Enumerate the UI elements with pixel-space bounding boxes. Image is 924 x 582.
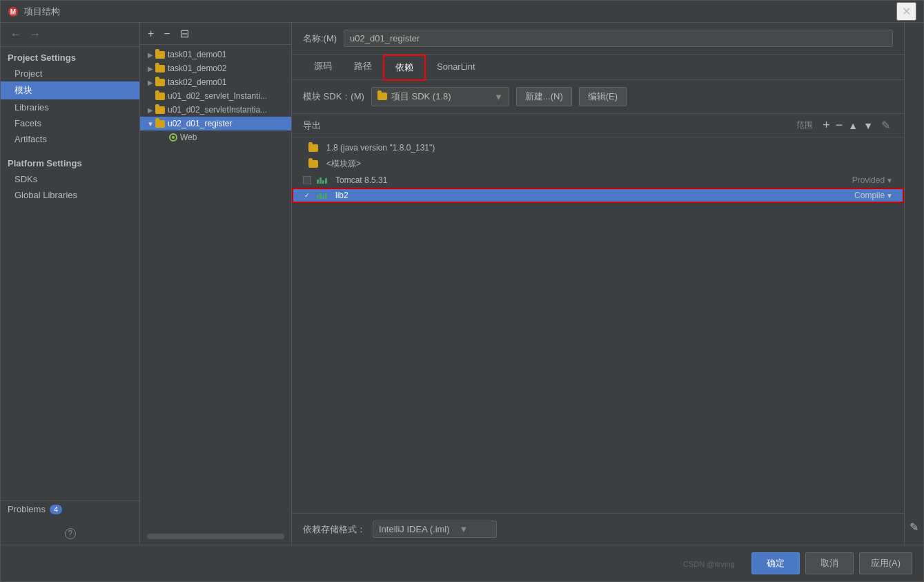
export-edit-button[interactable]: ✎ (878, 119, 893, 132)
sidebar-item-artifacts[interactable]: Artifacts (1, 131, 139, 147)
tree-content: ▶ task01_demo01 ▶ task01_demo02 ▶ task02… (140, 45, 291, 531)
tree-arrow-task01-demo01: ▶ (146, 50, 155, 59)
tabs-row: 源码 路径 依赖 SonarLint (292, 55, 904, 80)
sidebar-item-project-label: Project (14, 68, 42, 79)
tree-label-web: Web (180, 133, 197, 142)
export-up-button[interactable]: ▲ (845, 120, 861, 131)
help-button[interactable]: ? (65, 528, 76, 539)
main-content: ← → Project Settings Project 模块 Librarie… (1, 23, 923, 545)
tab-paths[interactable]: 路径 (343, 55, 383, 79)
title-bar-text: 项目结构 (24, 6, 896, 18)
tree-copy-button[interactable]: ⊟ (177, 26, 193, 41)
sdk-select[interactable]: 项目 SDK (1.8) ▼ (371, 87, 509, 106)
folder-icon-task02-demo01 (155, 79, 165, 86)
tree-item-u01-servlet2[interactable]: ▶ u01_d02_servletInstantia... (140, 103, 291, 117)
tree-minus-button[interactable]: − (160, 26, 173, 41)
tab-sonarlint[interactable]: SonarLint (426, 56, 486, 79)
tree-label-u01-servlet2: u01_d02_servletInstantia... (168, 105, 267, 115)
tree-item-u01-servlet1[interactable]: ▶ u01_d02_servlet_Instanti... (140, 89, 291, 103)
export-row-lib2[interactable]: ✓ lib2 Compile ▼ (292, 188, 904, 203)
export-scope-label: 范围 (796, 119, 813, 131)
watermark-text: CSDN @itrving (683, 560, 735, 568)
right-edit-button[interactable]: ✎ (907, 521, 921, 534)
tree-label-u01-servlet1: u01_d02_servlet_Instanti... (168, 91, 267, 101)
lib-icon-tomcat (317, 177, 327, 184)
tree-item-task02-demo01[interactable]: ▶ task02_demo01 (140, 75, 291, 89)
row-name-jdk18: 1.8 (java version "1.8.0_131") (326, 143, 893, 153)
row-name-lib2: lib2 (335, 191, 849, 200)
tree-item-task01-demo01[interactable]: ▶ task01_demo01 (140, 48, 291, 61)
tree-label-task01-demo01: task01_demo01 (168, 50, 226, 59)
sidebar-nav: ← → (1, 23, 139, 47)
sidebar-item-sdks[interactable]: SDKs (1, 171, 139, 187)
dialog-footer: CSDN @itrving 确定 取消 应用(A) (1, 545, 923, 581)
checkbox-lib2[interactable]: ✓ (303, 191, 311, 200)
folder-icon-u01-servlet2 (155, 106, 165, 114)
sidebar-item-libraries[interactable]: Libraries (1, 99, 139, 115)
tree-arrow-task01-demo02: ▶ (146, 64, 155, 73)
sidebar-item-global-libraries[interactable]: Global Libraries (1, 187, 139, 203)
sidebar-item-facets[interactable]: Facets (1, 115, 139, 131)
tree-item-web[interactable]: ▶ Web (140, 130, 291, 144)
tree-panel: + − ⊟ ▶ task01_demo01 ▶ task01_demo02 (140, 23, 292, 545)
export-row-jdk18[interactable]: 1.8 (java version "1.8.0_131") (292, 140, 904, 155)
export-header: 导出 范围 + − ▲ ▼ ✎ (292, 114, 904, 137)
tree-arrow-u01-servlet2: ▶ (146, 105, 155, 115)
tree-arrow-u01-servlet1: ▶ (146, 91, 155, 101)
sidebar-item-project[interactable]: Project (1, 66, 139, 81)
module-name-row: 名称:(M) (292, 23, 904, 55)
folder-icon-sdk (377, 92, 387, 102)
module-name-input[interactable] (344, 30, 893, 47)
nav-forward-button[interactable]: → (26, 27, 45, 42)
export-minus-button[interactable]: − (833, 118, 846, 133)
problems-section: Problems 4 (1, 501, 139, 517)
tree-item-task01-demo02[interactable]: ▶ task01_demo02 (140, 61, 291, 75)
tree-scrollbar[interactable] (147, 534, 284, 539)
folder-icon-u02-register (155, 120, 165, 128)
title-bar: M 项目结构 ✕ (1, 1, 923, 23)
apply-button[interactable]: 应用(A) (859, 552, 912, 574)
format-value: IntelliJ IDEA (.iml) (379, 524, 450, 534)
nav-back-button[interactable]: ← (6, 27, 26, 42)
ok-button[interactable]: 确定 (751, 552, 800, 574)
format-arrow: ▼ (460, 524, 469, 534)
sidebar-item-modules[interactable]: 模块 (1, 81, 139, 99)
close-button[interactable]: ✕ (896, 2, 916, 21)
dialog: M 项目结构 ✕ ← → Project Settings Project 模块… (0, 0, 924, 582)
sdk-edit-button[interactable]: 编辑(E) (579, 87, 627, 106)
sidebar: ← → Project Settings Project 模块 Librarie… (1, 23, 140, 545)
scope-lib2[interactable]: Compile ▼ (854, 191, 893, 200)
tree-item-u02-register[interactable]: ▼ u02_d01_register (140, 117, 291, 130)
tab-dependencies[interactable]: 依赖 (383, 55, 426, 81)
tree-add-button[interactable]: + (144, 26, 157, 41)
problems-badge: 4 (50, 505, 62, 514)
tab-sources[interactable]: 源码 (303, 55, 343, 79)
sidebar-item-global-libraries-label: Global Libraries (14, 190, 77, 200)
tree-label-task02-demo01: task02_demo01 (168, 77, 226, 87)
main-panel: 名称:(M) 源码 路径 依赖 SonarLint 模 (292, 23, 904, 545)
svg-text:M: M (10, 8, 16, 16)
format-row: 依赖存储格式： IntelliJ IDEA (.iml) ▼ (292, 513, 904, 545)
export-down-button[interactable]: ▼ (861, 120, 876, 131)
right-edge-panel: ✎ (904, 23, 923, 545)
tree-label-task01-demo02: task01_demo02 (168, 64, 226, 73)
checkbox-tomcat[interactable] (303, 176, 311, 184)
format-select[interactable]: IntelliJ IDEA (.iml) ▼ (373, 521, 497, 538)
tree-label-u02-register: u02_d01_register (168, 119, 232, 128)
folder-icon-u01-servlet1 (155, 93, 165, 100)
export-add-button[interactable]: + (820, 118, 833, 133)
export-row-module-source[interactable]: <模块源> (292, 155, 904, 173)
format-label: 依赖存储格式： (303, 523, 366, 536)
web-icon (169, 133, 177, 142)
row-name-module-source: <模块源> (326, 158, 893, 170)
export-title: 导出 (303, 119, 796, 132)
cancel-button[interactable]: 取消 (805, 552, 854, 574)
sidebar-item-libraries-label: Libraries (14, 102, 49, 113)
folder-icon-task01-demo01 (155, 51, 165, 59)
sdk-dropdown-arrow: ▼ (494, 92, 503, 102)
scope-tomcat[interactable]: Provided ▼ (852, 175, 893, 185)
tree-arrow-web: ▶ (159, 133, 169, 142)
export-row-tomcat[interactable]: Tomcat 8.5.31 Provided ▼ (292, 173, 904, 188)
sdk-new-button[interactable]: 新建...(N) (516, 87, 572, 106)
row-name-tomcat: Tomcat 8.5.31 (335, 175, 847, 185)
